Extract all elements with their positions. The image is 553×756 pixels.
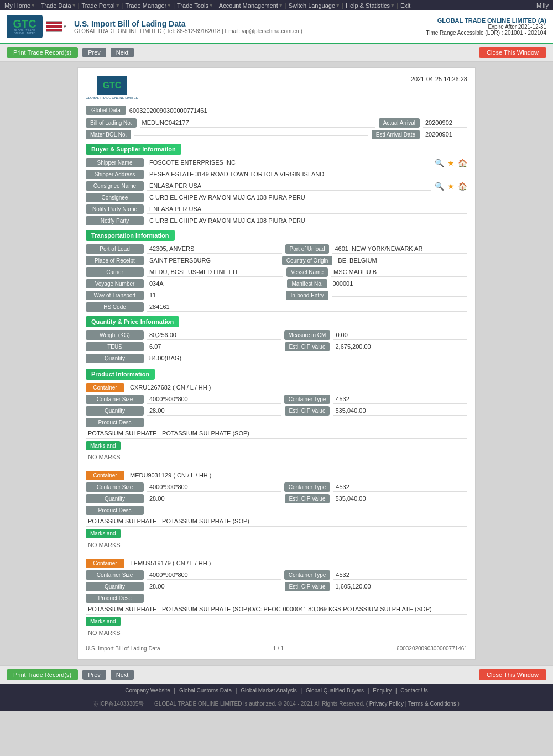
container-1-cif-value: 535,040.00 <box>333 406 467 416</box>
footer-link-enquiry[interactable]: Enquiry <box>373 687 392 694</box>
footer-link-buyers[interactable]: Global Qualified Buyers <box>306 687 364 694</box>
in-bond-entry-value <box>332 294 467 297</box>
container-separator-1 <box>86 466 467 466</box>
nav-sep6: | <box>122 2 123 9</box>
next-button-bottom[interactable]: Next <box>111 670 134 680</box>
container-1-size-label: Container Size <box>86 395 144 404</box>
footer-link-market[interactable]: Global Market Analysis <box>241 687 297 694</box>
in-bond-entry-label: In-bond Entry <box>286 291 328 300</box>
container-2-qty-cif: Quantity 28.00 Esti. CIF Value 535,040.0… <box>86 494 467 503</box>
star-icon[interactable]: ★ <box>447 159 455 167</box>
top-right-info: GLOBAL TRADE ONLINE LIMITED (A) Expire A… <box>426 17 546 36</box>
next-button-top[interactable]: Next <box>111 48 134 57</box>
container-3: Container TEMU9519179 ( CN / L / HH ) Co… <box>86 559 467 637</box>
nav-language[interactable]: Switch Language <box>289 2 335 9</box>
port-of-load-value: 42305, ANVERS <box>147 244 282 254</box>
container-1-product-desc: POTASSIUM SULPHATE - POTASSIUM SULPHATE … <box>86 428 467 439</box>
manifest-no-value: 000001 <box>331 279 467 288</box>
buyer-supplier-header: Buyer & Supplier Information <box>86 144 181 155</box>
container-3-cif-label: Esti. CIF Value <box>285 582 330 591</box>
container-1-id-row: Container CXRU1267682 ( CN / L / HH ) <box>86 383 467 392</box>
container-1-product-desc-label-row: Product Desc <box>86 418 467 427</box>
footer-link-company[interactable]: Company Website <box>125 687 170 694</box>
esti-arrival-label: Esti Arrival Date <box>372 130 420 139</box>
teus-value: 6.07 <box>147 342 281 351</box>
product-header: Product Information <box>86 369 155 380</box>
shipper-address-value: PESEA ESTATE 3149 ROAD TOWN TORTOLA VIRG… <box>147 170 467 179</box>
container-3-id: TEMU9519179 ( CN / L / HH ) <box>128 559 467 568</box>
nav-trade-tools[interactable]: Trade Tools <box>177 2 208 9</box>
nav-sep5: ▾ <box>116 2 119 9</box>
nav-trade-manager[interactable]: Trade Manager <box>125 2 166 9</box>
nav-sep11: ▾ <box>279 2 283 9</box>
close-button-bottom[interactable]: Close This Window <box>479 669 546 680</box>
record-logo-text: GTC <box>103 81 122 90</box>
container-1-qty-label: Quantity <box>86 406 144 416</box>
vessel-name-label: Vessel Name <box>286 267 328 277</box>
notify-party-label: Notify Party <box>86 216 144 225</box>
nav-exit[interactable]: Exit <box>400 2 410 9</box>
container-2-cif-label: Esti. CIF Value <box>285 494 330 503</box>
consignee-search-icon[interactable]: 🔍 <box>435 182 444 191</box>
container-2-type-label: Container Type <box>284 482 331 492</box>
nav-sep16: | <box>397 2 398 9</box>
hs-code-label: HS Code <box>86 302 144 312</box>
nav-trade-portal[interactable]: Trade Portal <box>81 2 114 9</box>
copyright-text: GLOBAL TRADE ONLINE LIMITED is authorize… <box>154 701 364 707</box>
carrier-vessel-row: Carrier MEDU, BCSL US-MED LINE LTI Vesse… <box>86 267 467 277</box>
weight-value: 80,256.00 <box>147 330 281 340</box>
container-2-marks-label: Marks and <box>86 529 121 538</box>
port-of-unload-value: 4601, NEW YORK/NEWARK AR <box>332 244 467 254</box>
container-2-product-desc: POTASSIUM SULPHATE - POTASSIUM SULPHATE … <box>86 516 467 527</box>
container-3-qty-value: 28.00 <box>147 582 281 591</box>
container-2-product-desc-label: Product Desc <box>86 506 144 515</box>
container-2-label: Container <box>86 471 124 480</box>
prev-button-top[interactable]: Prev <box>82 48 106 57</box>
terms-conditions-link[interactable]: Terms & Conditions <box>408 701 456 707</box>
container-3-cif-value: 1,605,120.00 <box>333 582 467 591</box>
nav-trade-data[interactable]: Trade Data <box>41 2 71 9</box>
measure-cm-label: Measure in CM <box>284 330 331 340</box>
main-content-wrapper: GTC GLOBAL TRADE ONLINE LIMITED 2021-04-… <box>0 62 553 665</box>
tel: Tel: 86-512-69162018 <box>166 28 220 34</box>
container-3-product-desc-label-row: Product Desc <box>86 594 467 603</box>
container-2-size-type: Container Size 4000*900*800 Container Ty… <box>86 482 467 492</box>
print-button-bottom[interactable]: Print Trade Record(s) <box>7 669 78 680</box>
receipt-origin-row: Place of Receipt SAINT PETERSBURG Countr… <box>86 256 467 265</box>
prev-button-bottom[interactable]: Prev <box>82 670 106 680</box>
nav-my-home[interactable]: My Home <box>4 2 30 9</box>
time-range: Time Range Accessible (LDR) : 201001 - 2… <box>426 30 546 36</box>
close-button-top[interactable]: Close This Window <box>479 47 546 58</box>
privacy-policy-link[interactable]: Privacy Policy <box>369 701 404 707</box>
search-icon[interactable]: 🔍 <box>435 159 444 167</box>
esti-arrival-value: 20200901 <box>423 130 467 139</box>
nav-sep2: | <box>37 2 39 9</box>
shipper-address-label: Shipper Address <box>86 170 144 179</box>
nav-sep: ▾ <box>32 2 35 9</box>
notify-party-name-label: Notify Party Name <box>86 204 144 214</box>
company-contact: GLOBAL TRADE ONLINE LIMITED ( Tel: 86-51… <box>74 28 302 34</box>
country-of-origin-label: Country of Origin <box>282 256 333 265</box>
print-button-top[interactable]: Print Trade Record(s) <box>7 47 78 58</box>
flag-dropdown-icon[interactable]: ▾ <box>64 24 66 29</box>
container-1: Container CXRU1267682 ( CN / L / HH ) Co… <box>86 383 467 461</box>
container-2-marks-value: NO MARKS <box>86 540 467 549</box>
nav-help[interactable]: Help & Statistics <box>346 2 390 9</box>
email: Email: vip@plerschina.com.cn <box>225 28 299 34</box>
home-icon[interactable]: 🏠 <box>458 159 467 167</box>
consignee-star-icon[interactable]: ★ <box>447 182 455 191</box>
shipper-name-value: FOSCOTE ENTERPRISES INC <box>147 158 431 167</box>
logo-box: GTC GLOBAL TRADEONLINE LIMITED <box>7 15 43 38</box>
teus-cif-row: TEUS 6.07 Esti. CIF Value 2,675,200.00 <box>86 342 467 351</box>
header: GTC GLOBAL TRADEONLINE LIMITED ▾ U.S. Im… <box>0 11 553 44</box>
nav-account[interactable]: Account Management <box>219 2 278 9</box>
notify-party-row: Notify Party C URB EL CHIPE AV RAMON MUJ… <box>86 216 467 225</box>
logo-text: GTC <box>13 18 36 29</box>
consignee-home-icon[interactable]: 🏠 <box>458 182 467 191</box>
consignee-name-row: Consignee Name ENLASA PER USA 🔍 ★ 🏠 <box>86 181 467 191</box>
footer-link-customs[interactable]: Global Customs Data <box>179 687 232 694</box>
footer-link-contact[interactable]: Contact Us <box>400 687 427 694</box>
timestamp: 2021-04-25 14:26:28 <box>411 76 467 82</box>
container-1-marks-label: Marks and <box>86 441 121 450</box>
container-3-marks-value: NO MARKS <box>86 628 467 637</box>
